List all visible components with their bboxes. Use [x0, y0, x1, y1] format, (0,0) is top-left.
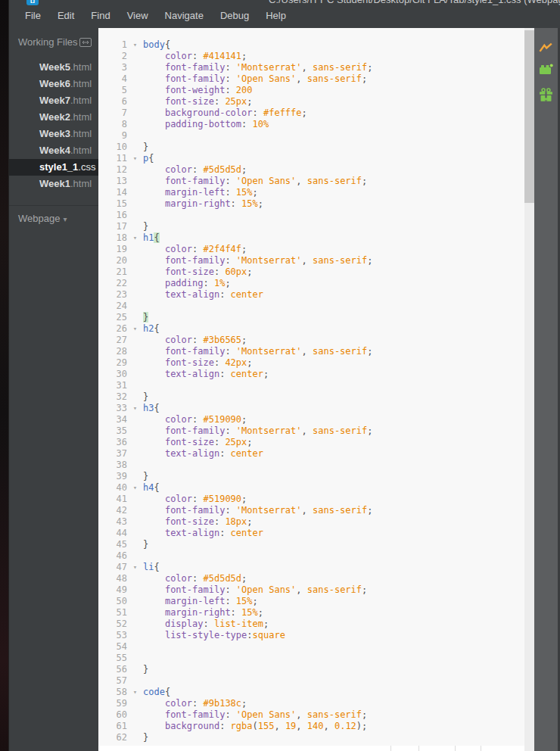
code-line-45[interactable]: 45}: [98, 539, 524, 550]
code-text: font-size: 25px;: [143, 96, 253, 108]
code-line-48[interactable]: 48 color: #5d5d5d;: [98, 573, 524, 584]
code-line-44[interactable]: 44 text-align: center: [98, 528, 524, 539]
code-line-57[interactable]: 57: [98, 675, 524, 687]
menu-edit[interactable]: Edit: [49, 8, 82, 23]
code-line-26[interactable]: 26▾h2{: [98, 323, 524, 335]
fold-arrow-icon[interactable]: ▾: [127, 403, 143, 414]
code-line-13[interactable]: 13 font-family: 'Open Sans', sans-serif;: [98, 176, 524, 187]
extension-manager-brick-icon[interactable]: [539, 62, 553, 76]
code-line-12[interactable]: 12 color: #5d5d5d;: [98, 164, 524, 176]
fold-arrow-icon[interactable]: ▾: [127, 153, 143, 164]
fold-arrow-icon[interactable]: ▾: [127, 232, 143, 244]
code-line-56[interactable]: 56}: [98, 664, 524, 675]
menu-file[interactable]: File: [17, 8, 49, 23]
code-line-25[interactable]: 25}: [98, 312, 524, 323]
code-line-15[interactable]: 15 margin-right: 15%;: [98, 198, 524, 210]
code-line-51[interactable]: 51 margin-right: 15%;: [98, 607, 524, 619]
code-line-24[interactable]: 24: [98, 301, 524, 312]
code-line-11[interactable]: 11▾p{: [98, 153, 524, 164]
code-line-33[interactable]: 33▾h3{: [98, 403, 524, 414]
code-line-38[interactable]: 38: [98, 460, 524, 471]
code-line-30[interactable]: 30 text-align: center;: [98, 369, 524, 380]
file-row-Week3[interactable]: Week3.html: [9, 126, 98, 142]
code-line-31[interactable]: 31: [98, 380, 524, 391]
gift-extension-icon[interactable]: [539, 88, 553, 102]
file-row-Week2[interactable]: Week2.html: [9, 109, 98, 126]
project-selector[interactable]: Webpage▾: [9, 205, 98, 224]
code-line-47[interactable]: 47▾li{: [98, 562, 524, 573]
code-line-22[interactable]: 22 padding: 1%;: [98, 278, 524, 289]
line-number: 20: [98, 255, 127, 266]
code-line-32[interactable]: 32}: [98, 391, 524, 403]
code-line-40[interactable]: 40▾h4{: [98, 482, 524, 494]
code-text: font-family: 'Montserrat', sans-serif;: [143, 62, 372, 73]
code-line-50[interactable]: 50 margin-left: 15%;: [98, 596, 524, 607]
code-line-18[interactable]: 18▾h1{: [98, 232, 524, 244]
code-line-20[interactable]: 20 font-family: 'Montserrat', sans-serif…: [98, 255, 524, 266]
vertical-scrollbar[interactable]: [524, 28, 534, 751]
code-line-6[interactable]: 6 font-size: 25px;: [98, 96, 524, 108]
live-preview-lightning-icon[interactable]: [539, 41, 553, 55]
code-line-27[interactable]: 27 color: #3b6565;: [98, 335, 524, 346]
code-line-3[interactable]: 3 font-family: 'Montserrat', sans-serif;: [98, 62, 524, 73]
line-number: 22: [98, 278, 127, 289]
code-line-49[interactable]: 49 font-family: 'Open Sans', sans-serif;: [98, 584, 524, 596]
code-line-53[interactable]: 53 list-style-type:square: [98, 630, 524, 641]
code-text: margin-left: 15%;: [143, 187, 258, 198]
code-editor[interactable]: 1▾body{2 color: #414141;3 font-family: '…: [98, 28, 524, 746]
file-row-style1_1[interactable]: style1_1.css: [9, 159, 98, 176]
scrollbar-thumb[interactable]: [524, 30, 534, 203]
code-line-35[interactable]: 35 font-family: 'Montserrat', sans-serif…: [98, 425, 524, 437]
code-line-37[interactable]: 37 text-align: center: [98, 448, 524, 460]
code-line-41[interactable]: 41 color: #519090;: [98, 494, 524, 505]
line-number: 49: [98, 584, 127, 596]
code-line-4[interactable]: 4 font-family: 'Open Sans', sans-serif;: [98, 73, 524, 85]
code-line-2[interactable]: 2 color: #414141;: [98, 51, 524, 62]
code-line-10[interactable]: 10}: [98, 142, 524, 153]
code-line-58[interactable]: 58▾code{: [98, 687, 524, 698]
code-line-5[interactable]: 5 font-weight: 200: [98, 85, 524, 96]
code-line-16[interactable]: 16: [98, 210, 524, 221]
file-row-Week5[interactable]: Week5.html: [9, 59, 98, 76]
code-line-29[interactable]: 29 font-size: 42px;: [98, 357, 524, 369]
code-line-28[interactable]: 28 font-family: 'Montserrat', sans-serif…: [98, 346, 524, 357]
code-line-43[interactable]: 43 font-size: 18px;: [98, 516, 524, 528]
file-row-Week4[interactable]: Week4.html: [9, 142, 98, 159]
fold-arrow-icon[interactable]: ▾: [127, 482, 143, 494]
code-line-52[interactable]: 52 display: list-item;: [98, 619, 524, 630]
file-row-Week6[interactable]: Week6.html: [9, 76, 98, 92]
code-line-34[interactable]: 34 color: #519090;: [98, 414, 524, 425]
horizontal-split-icon[interactable]: [79, 38, 92, 47]
line-number: 19: [98, 244, 127, 255]
menu-navigate[interactable]: Navigate: [157, 8, 212, 23]
fold-arrow-icon[interactable]: ▾: [127, 687, 143, 698]
code-line-54[interactable]: 54: [98, 641, 524, 653]
code-line-36[interactable]: 36 font-size: 25px;: [98, 437, 524, 448]
code-line-39[interactable]: 39}: [98, 471, 524, 482]
code-line-46[interactable]: 46: [98, 550, 524, 562]
code-line-42[interactable]: 42 font-family: 'Montserrat', sans-serif…: [98, 505, 524, 516]
code-line-17[interactable]: 17}: [98, 221, 524, 232]
code-line-62[interactable]: 62}: [98, 732, 524, 743]
code-line-55[interactable]: 55: [98, 653, 524, 664]
menu-debug[interactable]: Debug: [212, 8, 257, 23]
file-row-Week1[interactable]: Week1.html: [9, 176, 98, 192]
code-line-14[interactable]: 14 margin-left: 15%;: [98, 187, 524, 198]
code-line-8[interactable]: 8 padding-bottom: 10%: [98, 119, 524, 130]
code-line-7[interactable]: 7 background-color: #fefffe;: [98, 108, 524, 119]
menu-find[interactable]: Find: [82, 8, 118, 23]
menu-help[interactable]: Help: [257, 8, 294, 23]
fold-arrow-icon[interactable]: ▾: [127, 39, 143, 51]
fold-arrow-icon[interactable]: ▾: [127, 323, 143, 335]
code-line-61[interactable]: 61 background: rgba(155, 19, 140, 0.12);: [98, 721, 524, 732]
code-line-9[interactable]: 9: [98, 130, 524, 142]
file-row-Week7[interactable]: Week7.html: [9, 92, 98, 109]
code-line-23[interactable]: 23 text-align: center: [98, 289, 524, 301]
code-line-19[interactable]: 19 color: #2f4f4f;: [98, 244, 524, 255]
fold-arrow-icon[interactable]: ▾: [127, 562, 143, 573]
code-line-60[interactable]: 60 font-family: 'Open Sans', sans-serif;: [98, 709, 524, 721]
menu-view[interactable]: View: [119, 8, 157, 23]
code-line-59[interactable]: 59 color: #9b138c;: [98, 698, 524, 709]
code-line-21[interactable]: 21 font-size: 60px;: [98, 266, 524, 278]
code-line-1[interactable]: 1▾body{: [98, 39, 524, 51]
